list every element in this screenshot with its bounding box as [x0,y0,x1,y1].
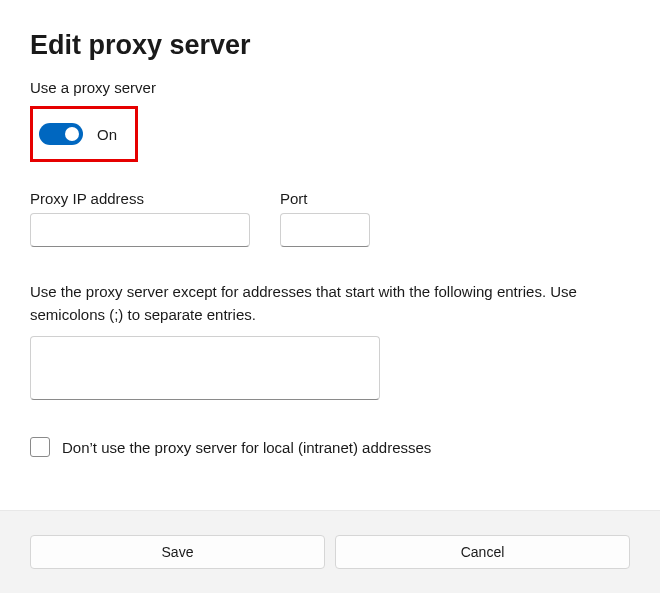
proxy-toggle[interactable] [39,123,83,145]
cancel-button[interactable]: Cancel [335,535,630,569]
toggle-highlight: On [30,106,138,162]
toggle-state-label: On [97,126,117,143]
exceptions-label: Use the proxy server except for addresse… [30,281,630,326]
port-input[interactable] [280,213,370,247]
toggle-knob-icon [65,127,79,141]
local-bypass-row: Don’t use the proxy server for local (in… [30,437,630,457]
dialog-title: Edit proxy server [30,30,630,61]
local-bypass-label: Don’t use the proxy server for local (in… [62,439,431,456]
address-port-row: Proxy IP address Port [30,190,630,247]
use-proxy-label: Use a proxy server [30,79,630,96]
ip-input[interactable] [30,213,250,247]
ip-label: Proxy IP address [30,190,250,207]
save-button[interactable]: Save [30,535,325,569]
dialog-button-bar: Save Cancel [0,510,660,593]
exceptions-textarea[interactable] [30,336,380,400]
edit-proxy-dialog: Edit proxy server Use a proxy server On … [0,0,660,457]
ip-field-group: Proxy IP address [30,190,250,247]
port-field-group: Port [280,190,370,247]
local-bypass-checkbox[interactable] [30,437,50,457]
port-label: Port [280,190,370,207]
